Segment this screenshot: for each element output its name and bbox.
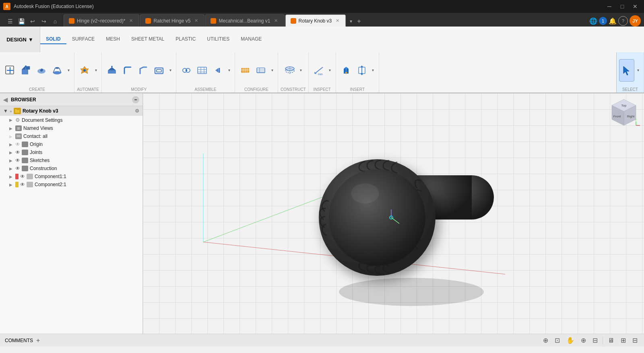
tab-dropdown-button[interactable]: ▾ (348, 17, 354, 26)
create-more-button[interactable]: ▾ (65, 59, 72, 82)
loft-button[interactable] (50, 59, 65, 82)
design-button[interactable]: DESIGN ▼ (0, 27, 40, 52)
help-button[interactable]: ? (618, 16, 628, 26)
sketches-folder-icon (22, 158, 28, 163)
motion-button[interactable] (210, 59, 225, 82)
assemble-more-button[interactable]: ▾ (226, 59, 232, 82)
pan-button[interactable]: ✋ (565, 336, 576, 345)
sidebar-item-document-settings[interactable]: ▶ ⚙ Document Settings (0, 116, 142, 124)
menu-button[interactable]: ☰ (5, 16, 15, 27)
configure1-icon (239, 65, 251, 76)
sidebar-item-construction[interactable]: ▶ 👁 Construction (0, 164, 142, 172)
group-insert: ▾ INSERT (336, 52, 379, 92)
fillet-icon (122, 65, 133, 76)
tab-label-ratchet: Ratchet Hinge v5 (153, 18, 190, 24)
create-buttons: ▾ (2, 54, 72, 86)
select-more-button[interactable]: ▾ (635, 59, 641, 82)
sidebar-item-origin[interactable]: ▶ 👁 Origin (0, 140, 142, 148)
new-sketch-button[interactable] (2, 59, 18, 82)
joint-button[interactable] (179, 59, 194, 82)
construct-more-button[interactable]: ▾ (298, 59, 304, 82)
tab-utilities[interactable]: UTILITIES (201, 35, 235, 44)
inspect-more-button[interactable]: ▾ (327, 59, 333, 82)
automate-buttons: ▾ (77, 54, 99, 86)
view-cube[interactable]: Top Right Front x z (608, 97, 640, 129)
root-settings-icon[interactable]: ⚙ (135, 108, 139, 114)
configure2-button[interactable] (253, 59, 268, 82)
tab-surface[interactable]: SURFACE (66, 35, 101, 44)
tab-close-rotary-knob[interactable]: ✕ (334, 18, 341, 24)
insert-more-arrow: ▾ (372, 68, 374, 72)
construct1-button[interactable] (282, 59, 297, 82)
3d-model-rotary-knob (303, 123, 504, 304)
sidebar-item-sketches[interactable]: ▶ 👁 Sketches (0, 156, 142, 164)
revolve-button[interactable] (34, 59, 49, 82)
eye-icon-construction: 👁 (15, 166, 20, 171)
sidebar-item-contact-all[interactable]: ▶ Contact: all (0, 132, 142, 140)
sidebar-item-component2[interactable]: ▶ 👁 Component2:1 (0, 181, 142, 189)
configure-more-button[interactable]: ▾ (269, 59, 275, 82)
new-tab-button[interactable]: + (355, 16, 362, 27)
grid-button[interactable]: ⊞ (619, 336, 627, 345)
zoom-in-button[interactable]: ⊕ (579, 336, 588, 345)
tab-rotary-knob[interactable]: Rotary Knob v3 ✕ (285, 14, 346, 27)
undo-button[interactable]: ↩ (27, 16, 38, 27)
tab-solid[interactable]: SOLID (40, 35, 66, 44)
expand-arrow-sketches: ▶ (8, 158, 14, 163)
tab-hinge[interactable]: Hinge (v2~recovered)* ✕ (64, 14, 139, 27)
sidebar-root-item[interactable]: ▼ ● Rotary Knob v3 ⚙ (0, 106, 142, 116)
tab-plastic[interactable]: PLASTIC (170, 35, 201, 44)
close-button[interactable]: ✕ (630, 1, 641, 12)
tab-sheet-metal[interactable]: SHEET METAL (126, 35, 170, 44)
modify-more-button[interactable]: ▾ (167, 59, 173, 82)
sidebar-expand-icon[interactable]: ◀ (3, 96, 8, 103)
select-button[interactable] (619, 59, 634, 82)
insert-svg-button[interactable] (354, 59, 369, 82)
orbit-button[interactable]: ⊕ (541, 336, 550, 345)
tab-close-ratchet[interactable]: ✕ (193, 18, 199, 24)
measure-button[interactable]: mm (311, 59, 326, 82)
insert-more-button[interactable]: ▾ (370, 59, 376, 82)
tab-mesh[interactable]: MESH (100, 35, 126, 44)
tab-manage[interactable]: MANAGE (235, 35, 267, 44)
redo-button[interactable]: ↪ (39, 16, 49, 27)
zoom-out-button[interactable]: ⊟ (591, 336, 599, 345)
add-comment-button[interactable]: + (35, 336, 41, 345)
tab-ratchet[interactable]: Ratchet Hinge v5 ✕ (140, 14, 204, 27)
chamfer-button[interactable] (136, 59, 151, 82)
save-button[interactable]: 💾 (16, 16, 27, 27)
configure1-button[interactable] (237, 59, 253, 82)
press-pull-button[interactable] (104, 59, 120, 82)
sidebar-item-joints[interactable]: ▶ 👁 Joints (0, 148, 142, 156)
bell-icon[interactable]: 🔔 (609, 17, 617, 25)
tab-close-hinge[interactable]: ✕ (128, 18, 134, 24)
display-mode-button[interactable]: 🖥 (606, 336, 616, 345)
automate-more-button[interactable]: ▾ (93, 59, 99, 82)
construction-folder-icon (22, 166, 28, 171)
svg-text:Right: Right (627, 115, 635, 118)
shell-button[interactable] (151, 59, 167, 82)
fit-screen-button[interactable]: ⊡ (553, 336, 561, 345)
root-vis-icon: ● (10, 109, 12, 113)
user-avatar[interactable]: JY (630, 15, 641, 27)
viewport[interactable]: Top Right Front x z (143, 93, 644, 334)
tab-bearing[interactable]: Mecahnical...Bearing v1 ✕ (205, 14, 284, 27)
minimize-button[interactable]: ─ (604, 1, 615, 12)
tab-icon-bearing (211, 18, 216, 24)
table-button[interactable] (194, 59, 210, 82)
viewport-button[interactable]: ⊟ (631, 336, 639, 345)
sidebar-collapse-button[interactable]: − (132, 96, 139, 103)
fillet-button[interactable] (120, 59, 135, 82)
create-group-label: CREATE (2, 87, 72, 92)
globe-icon[interactable]: 🌐 (589, 17, 597, 25)
tab-icon-ratchet (145, 18, 151, 24)
insert-mesh-button[interactable] (339, 59, 354, 82)
tab-close-bearing[interactable]: ✕ (273, 18, 279, 24)
sidebar-item-named-views[interactable]: ▶ Named Views (0, 124, 142, 132)
title-bar-title: Autodesk Fusion (Education License) (14, 4, 94, 9)
automate-button[interactable] (77, 59, 92, 82)
sidebar-item-component1[interactable]: ▶ 👁 Component1:1 (0, 172, 142, 181)
home-button[interactable]: ⌂ (50, 16, 60, 27)
extrude-button[interactable] (18, 59, 33, 82)
maximize-button[interactable]: □ (617, 1, 628, 12)
